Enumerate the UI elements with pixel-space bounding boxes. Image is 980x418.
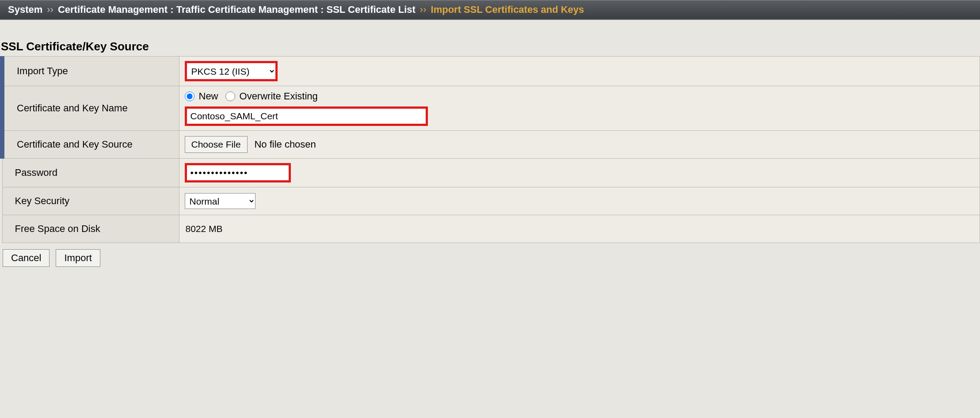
breadcrumb-root[interactable]: System	[8, 4, 42, 15]
button-row: Cancel Import	[0, 243, 980, 273]
radio-new-label: New	[199, 91, 218, 102]
breadcrumb-current: Import SSL Certificates and Keys	[431, 4, 584, 15]
label-key-security: Key Security	[2, 187, 179, 215]
no-file-chosen: No file chosen	[254, 139, 316, 150]
section-title: SSL Certificate/Key Source	[0, 20, 980, 56]
radio-overwrite[interactable]	[225, 91, 235, 101]
choose-file-button[interactable]: Choose File	[185, 136, 248, 153]
label-cert-key-name: Certificate and Key Name	[2, 86, 179, 131]
label-cert-key-source: Certificate and Key Source	[2, 131, 179, 159]
password-input[interactable]	[187, 165, 289, 180]
breadcrumb: System ›› Certificate Management : Traff…	[0, 0, 980, 20]
breadcrumb-path[interactable]: Certificate Management : Traffic Certifi…	[58, 4, 416, 15]
form-table: Import Type PKCS 12 (IIS) Certificate an…	[0, 56, 980, 243]
label-free-space: Free Space on Disk	[2, 215, 179, 243]
highlight-cert-name	[185, 106, 428, 126]
label-password: Password	[2, 159, 179, 187]
cancel-button[interactable]: Cancel	[3, 249, 50, 267]
breadcrumb-separator: ››	[47, 4, 53, 15]
cert-key-name-input[interactable]	[187, 109, 426, 124]
import-type-select[interactable]: PKCS 12 (IIS)	[187, 63, 275, 79]
highlight-password	[185, 163, 291, 182]
breadcrumb-separator: ››	[420, 4, 427, 15]
key-security-select[interactable]: Normal	[185, 193, 255, 209]
free-space-value: 8022 MB	[186, 224, 223, 234]
label-import-type: Import Type	[2, 57, 179, 86]
import-button[interactable]: Import	[56, 249, 100, 267]
highlight-import-type: PKCS 12 (IIS)	[185, 61, 278, 81]
radio-new[interactable]	[185, 91, 194, 101]
radio-overwrite-label: Overwrite Existing	[240, 91, 318, 102]
